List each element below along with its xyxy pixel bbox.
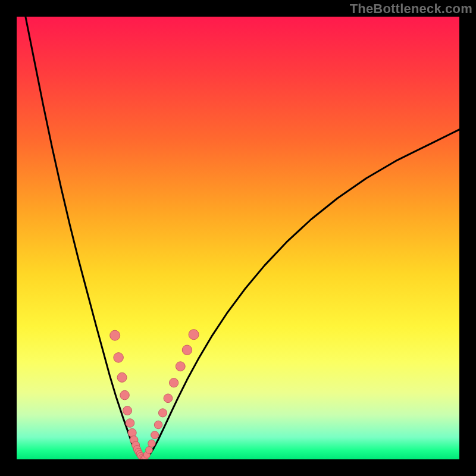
watermark: TheBottleneck.com [350, 1, 472, 17]
svg-point-24 [169, 378, 178, 387]
svg-point-27 [189, 330, 199, 340]
chart-svg [17, 17, 459, 459]
svg-point-6 [128, 428, 136, 437]
svg-point-18 [146, 447, 153, 454]
svg-point-5 [126, 419, 134, 428]
svg-point-1 [114, 353, 124, 363]
svg-point-2 [117, 372, 127, 382]
svg-point-4 [123, 406, 132, 415]
svg-point-3 [120, 390, 130, 400]
svg-point-25 [176, 362, 185, 371]
markers-right [141, 330, 199, 459]
svg-point-21 [154, 421, 162, 429]
plot-area [17, 17, 459, 459]
svg-point-23 [164, 394, 173, 403]
svg-point-0 [110, 330, 120, 340]
svg-point-20 [151, 431, 159, 439]
chart-frame: TheBottleneck.com [0, 0, 476, 476]
svg-point-19 [148, 440, 155, 447]
svg-point-26 [182, 345, 192, 355]
curve-right-branch [143, 130, 459, 459]
svg-point-22 [158, 409, 167, 417]
